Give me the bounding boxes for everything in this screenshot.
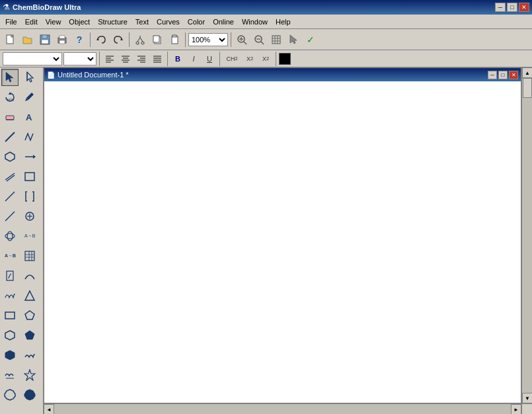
menu-text[interactable]: Text [132, 17, 153, 27]
paste-button[interactable] [167, 32, 182, 48]
menu-online[interactable]: Online [209, 17, 238, 27]
label-tool[interactable]: A→B [21, 228, 38, 245]
doc-minimize-button[interactable]: ─ [488, 71, 497, 79]
rect-tool[interactable] [1, 307, 19, 324]
select-tool[interactable] [1, 69, 19, 86]
star-tool[interactable] [21, 366, 38, 384]
chain-tool[interactable] [21, 128, 38, 145]
spectrum-tool[interactable] [1, 287, 19, 304]
pointer-button[interactable] [285, 32, 301, 48]
svg-line-25 [261, 42, 264, 44]
subscript-ch2-button[interactable]: CH2 [223, 52, 241, 65]
underline-button[interactable]: U [202, 52, 217, 65]
menu-color[interactable]: Color [184, 17, 209, 27]
scroll-left-button[interactable]: ◄ [44, 404, 54, 414]
abc-tool[interactable]: A→B [1, 247, 19, 265]
zoom-in-button[interactable] [234, 32, 250, 48]
decagon-tool[interactable] [1, 386, 19, 403]
eraser-tool[interactable] [1, 108, 19, 126]
svg-text:A→B: A→B [5, 253, 16, 258]
wave-tool[interactable] [21, 347, 38, 364]
scroll-down-button[interactable]: ▼ [522, 393, 532, 403]
svg-marker-9 [96, 38, 99, 40]
filled-pentagon-tool[interactable] [21, 327, 38, 344]
scroll-track[interactable] [522, 78, 532, 393]
menu-bar: File Edit View Object Structure Text Cur… [0, 15, 532, 29]
menu-structure[interactable]: Structure [94, 17, 132, 27]
horizontal-scrollbar: ◄ ► [44, 403, 521, 414]
svg-line-58 [5, 132, 15, 142]
menu-window[interactable]: Window [238, 17, 272, 27]
menu-view[interactable]: View [42, 17, 65, 27]
orbital-tool[interactable] [1, 228, 19, 245]
scroll-thumb[interactable] [523, 78, 532, 98]
menu-edit[interactable]: Edit [21, 17, 42, 27]
hexagon-tool[interactable] [1, 327, 19, 344]
new-button[interactable] [3, 32, 19, 48]
triangle-tool[interactable] [21, 287, 38, 304]
menu-object[interactable]: Object [65, 17, 94, 27]
pentagon-tool[interactable] [21, 307, 38, 324]
arrow-tool[interactable] [21, 148, 38, 165]
lasso-tool[interactable] [21, 69, 38, 86]
doc-close-button[interactable]: ✕ [509, 71, 518, 79]
menu-file[interactable]: File [1, 17, 21, 27]
font-select[interactable] [3, 52, 62, 65]
brush-tool[interactable] [21, 89, 38, 106]
menu-help[interactable]: Help [272, 17, 295, 27]
zoom-select[interactable]: 100% 50% 75% 150% 200% [188, 33, 228, 46]
slash-tool[interactable] [1, 208, 19, 225]
double-bond-tool[interactable] [1, 168, 19, 185]
svg-rect-8 [59, 36, 65, 38]
toolbar: ? 100% 50% 75% 150% 200% ✓ [0, 29, 532, 50]
zoom-out-button[interactable] [251, 32, 267, 48]
copy-button[interactable] [149, 32, 165, 48]
bold-button[interactable]: B [171, 52, 185, 65]
ring-tool[interactable] [1, 148, 19, 165]
filled-hexagon-tool[interactable] [1, 347, 19, 364]
size-select[interactable] [63, 52, 96, 65]
document-content[interactable] [44, 81, 521, 403]
svg-rect-81 [5, 312, 15, 319]
align-right-button[interactable] [134, 52, 149, 65]
redo-button[interactable] [110, 32, 126, 48]
italic-button[interactable]: I [186, 52, 201, 65]
bond-tool[interactable] [1, 128, 19, 145]
maximize-button[interactable]: □ [507, 3, 517, 12]
svg-line-14 [140, 38, 143, 42]
doc-maximize-button[interactable]: □ [498, 71, 508, 79]
scroll-right-button[interactable]: ► [511, 404, 521, 414]
save-button[interactable] [37, 32, 53, 48]
superscript-button[interactable]: X2 [258, 52, 273, 65]
curve-tool[interactable] [21, 267, 38, 284]
help-button[interactable]: ? [71, 32, 87, 48]
filled-decagon-tool[interactable] [21, 386, 38, 403]
wave2-tool[interactable] [1, 366, 19, 384]
table-tool[interactable] [21, 247, 38, 265]
svg-marker-82 [25, 311, 34, 319]
grid-button[interactable] [268, 32, 284, 48]
hscroll-track[interactable] [54, 404, 511, 414]
undo-button[interactable] [93, 32, 109, 48]
menu-curves[interactable]: Curves [153, 17, 184, 27]
print-button[interactable] [54, 32, 70, 48]
cut-button[interactable] [132, 32, 148, 48]
text-tool[interactable]: A [21, 108, 38, 126]
align-center-button[interactable] [118, 52, 133, 65]
open-button[interactable] [20, 32, 36, 48]
check-button[interactable]: ✓ [303, 32, 319, 48]
svg-marker-85 [5, 351, 15, 360]
close-button[interactable]: ✕ [519, 3, 529, 12]
line-tool[interactable] [21, 168, 38, 185]
rotate-tool[interactable]: MM [1, 89, 19, 106]
scroll-up-button[interactable]: ▲ [522, 67, 532, 78]
subscript-button[interactable]: X2 [243, 52, 257, 65]
justify-button[interactable] [150, 52, 165, 65]
circle-plus-tool[interactable] [21, 208, 38, 225]
tlc-tool[interactable] [1, 267, 19, 284]
bracket-tool[interactable] [21, 188, 38, 205]
color-swatch[interactable] [279, 53, 291, 65]
diagonal-line-tool[interactable] [1, 188, 19, 205]
align-left-button[interactable] [102, 52, 117, 65]
minimize-button[interactable]: ─ [495, 3, 506, 12]
